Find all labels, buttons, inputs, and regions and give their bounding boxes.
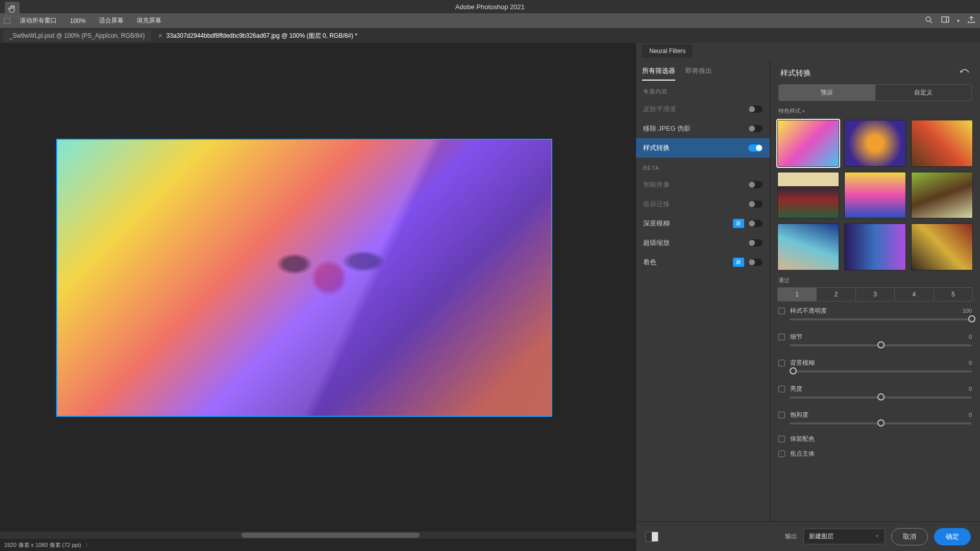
style-thumb-6[interactable] — [911, 172, 973, 219]
filter-style-transfer[interactable]: 样式转换 — [636, 138, 770, 158]
checkbox-brightness[interactable] — [778, 386, 785, 392]
checkbox-detail[interactable] — [778, 334, 785, 340]
handle-saturation[interactable] — [877, 419, 885, 427]
toggle-super-zoom[interactable] — [748, 239, 763, 246]
filter-label: 着色 — [643, 258, 656, 267]
search-icon[interactable] — [924, 15, 934, 26]
filter-makeup-transfer[interactable]: 妆容迁移 — [636, 194, 770, 214]
hand-tool-icon[interactable] — [5, 2, 19, 16]
filter-jpeg-artifacts[interactable]: 移除 JPEG 伪影 — [636, 119, 770, 138]
toggle-jpeg[interactable] — [748, 125, 763, 132]
row-preserve-color[interactable]: 保留配色 — [770, 432, 980, 446]
style-thumb-4[interactable] — [777, 172, 839, 219]
filter-list-column: 所有筛选器 即将推出 专题内容 皮肤平滑度 移除 JPEG 伪影 样式转换 BE… — [636, 59, 770, 521]
toggle-skin-smoothing[interactable] — [748, 106, 763, 113]
tab-label: _Sw9wWLpl.psd @ 100% (PS_AppIcon, RGB/8#… — [9, 32, 145, 39]
filter-smart-portrait[interactable]: 智能肖像 — [636, 175, 770, 194]
tab-preset[interactable]: 预设 — [779, 85, 875, 101]
toggle-smart-portrait[interactable] — [748, 181, 763, 188]
filter-super-zoom[interactable]: 超级缩放 — [636, 233, 770, 253]
handle-brightness[interactable] — [877, 393, 885, 400]
status-flyout-icon[interactable]: 〉 — [85, 541, 91, 549]
document-tab-1[interactable]: _Sw9wWLpl.psd @ 100% (PS_AppIcon, RGB/8#… — [3, 30, 151, 42]
zoom-100-button[interactable]: 100% — [64, 15, 91, 27]
row-focus-subject[interactable]: 焦点主体 — [770, 446, 980, 461]
style-thumbnails — [770, 118, 980, 270]
ok-button[interactable]: 确定 — [934, 528, 971, 545]
style-thumb-1[interactable] — [777, 120, 839, 167]
document-tab-2[interactable]: × 33a307d2944bbdf8ffdedbc9b326ad67.jpg @… — [152, 29, 363, 43]
label-bgblur: 背景模糊 — [790, 359, 969, 367]
filter-label: 妆容迁移 — [643, 199, 670, 209]
checkbox-opacity[interactable] — [778, 308, 785, 314]
neural-filters-panel: Neural Filters 所有筛选器 即将推出 专题内容 皮肤平滑度 移除 … — [635, 43, 980, 551]
pass-4[interactable]: 4 — [895, 288, 934, 301]
filter-depth-blur[interactable]: 深度模糊 新 — [636, 214, 770, 233]
tab-upcoming[interactable]: 即将推出 — [685, 66, 712, 81]
mask-preview-button[interactable] — [645, 532, 658, 542]
style-thumb-2[interactable] — [844, 120, 906, 167]
document-canvas[interactable] — [56, 139, 552, 417]
pass-2[interactable]: 2 — [817, 288, 855, 301]
style-thumb-3[interactable] — [911, 120, 973, 167]
value-opacity: 100 — [963, 308, 972, 314]
filter-label: 超级缩放 — [643, 238, 670, 247]
fit-screen-button[interactable]: 适合屏幕 — [93, 14, 129, 28]
toggle-depth-blur[interactable] — [748, 220, 763, 227]
toggle-style-transfer[interactable] — [748, 144, 763, 152]
checkbox-focus-subject[interactable] — [778, 450, 785, 457]
panel-title-tab[interactable]: Neural Filters — [642, 44, 693, 58]
horizontal-scrollbar[interactable] — [0, 532, 635, 539]
chevron-down-icon[interactable]: ▾ — [957, 18, 960, 23]
track-saturation[interactable] — [790, 422, 972, 424]
tab-custom[interactable]: 自定义 — [875, 85, 972, 101]
track-detail[interactable] — [790, 344, 972, 346]
filter-label: 智能肖像 — [643, 180, 670, 189]
style-thumb-8[interactable] — [844, 223, 906, 270]
cancel-button[interactable]: 取消 — [891, 528, 928, 545]
svg-rect-2 — [942, 17, 949, 22]
canvas-area[interactable]: 1920 像素 x 1080 像素 (72 ppi) 〉 — [0, 43, 635, 551]
reset-icon[interactable] — [960, 68, 970, 78]
share-icon[interactable] — [967, 15, 976, 26]
output-label: 输出 — [785, 532, 797, 541]
track-bgblur[interactable] — [790, 370, 972, 372]
fill-screen-button[interactable]: 填充屏幕 — [131, 14, 167, 28]
tab-all-filters[interactable]: 所有筛选器 — [642, 66, 675, 81]
handle-bgblur[interactable] — [790, 367, 797, 374]
pass-1[interactable]: 1 — [778, 288, 817, 301]
pass-5[interactable]: 5 — [934, 288, 972, 301]
preset-custom-tabs: 预设 自定义 — [778, 84, 972, 101]
style-thumb-9[interactable] — [911, 223, 973, 270]
status-bar: 1920 像素 x 1080 像素 (72 ppi) 〉 — [0, 539, 635, 551]
toggle-makeup[interactable] — [748, 201, 763, 208]
filter-skin-smoothing[interactable]: 皮肤平滑度 — [636, 99, 770, 119]
section-featured-label: 专题内容 — [636, 81, 770, 99]
filter-options-column: 样式转换 预设 自定义 特色样式 — [770, 59, 980, 521]
svg-point-0 — [926, 17, 930, 21]
style-dropdown[interactable]: 特色样式 — [770, 101, 980, 118]
toggle-colorize[interactable] — [748, 259, 763, 266]
checkbox-preserve-color[interactable] — [778, 436, 785, 442]
document-tab-bar: _Sw9wWLpl.psd @ 100% (PS_AppIcon, RGB/8#… — [0, 29, 980, 43]
pass-3[interactable]: 3 — [856, 288, 895, 301]
pass-selector: 1 2 3 4 5 — [777, 287, 973, 302]
value-detail: 0 — [969, 334, 972, 340]
track-brightness[interactable] — [790, 396, 972, 398]
filter-colorize[interactable]: 着色 新 — [636, 253, 770, 272]
handle-detail[interactable] — [877, 341, 885, 348]
checkbox-bgblur[interactable] — [778, 360, 785, 366]
scroll-all-checkbox[interactable] — [4, 18, 10, 24]
slider-saturation: 饱和度0 — [770, 406, 980, 432]
workspace-icon[interactable] — [941, 15, 950, 26]
checkbox-saturation[interactable] — [778, 412, 785, 418]
scrollbar-thumb[interactable] — [241, 533, 420, 538]
scroll-all-label: 滚动所有窗口 — [14, 14, 62, 28]
track-opacity[interactable] — [790, 318, 972, 320]
options-toolbar: 滚动所有窗口 100% 适合屏幕 填充屏幕 ▾ — [0, 13, 980, 29]
close-icon[interactable]: × — [158, 32, 162, 40]
handle-opacity[interactable] — [968, 315, 975, 322]
style-thumb-7[interactable] — [777, 223, 839, 270]
style-thumb-5[interactable] — [844, 172, 906, 219]
output-select[interactable]: 新建图层 — [803, 529, 885, 544]
